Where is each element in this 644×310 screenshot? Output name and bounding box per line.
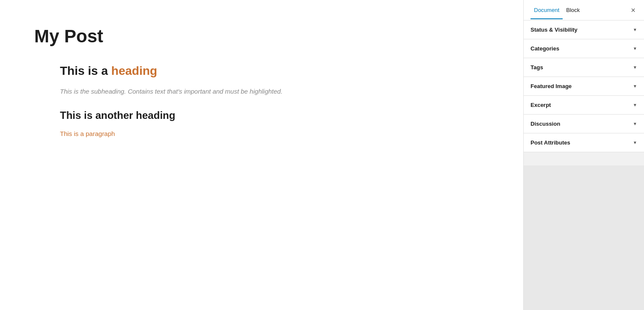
chevron-down-icon: ▼ (633, 121, 637, 126)
panel-categories[interactable]: Categories ▼ (524, 39, 644, 58)
panel-status-visibility[interactable]: Status & Visibility ▼ (524, 21, 644, 39)
sidebar-bottom (524, 165, 644, 310)
panel-status-visibility-label: Status & Visibility (531, 27, 578, 33)
subheading: This is the subheading. Contains text th… (60, 86, 489, 97)
panel-tags-label: Tags (531, 64, 543, 71)
panel-excerpt[interactable]: Excerpt ▼ (524, 96, 644, 115)
panel-featured-image-label: Featured Image (531, 83, 572, 89)
panel-discussion-label: Discussion (531, 121, 560, 127)
panel-categories-label: Categories (531, 45, 559, 52)
tab-document[interactable]: Document (531, 1, 563, 19)
close-button[interactable]: × (629, 5, 637, 16)
paragraph-link[interactable]: This is a paragraph (60, 130, 115, 137)
panel-post-attributes-label: Post Attributes (531, 139, 570, 146)
post-title: My Post (34, 26, 489, 47)
chevron-down-icon: ▼ (633, 46, 637, 51)
chevron-down-icon: ▼ (633, 27, 637, 32)
sidebar-panels: Status & Visibility ▼ Categories ▼ Tags … (524, 21, 644, 165)
content-area: This is a heading This is the subheading… (34, 64, 489, 138)
heading-1: This is a heading (60, 64, 489, 78)
panel-excerpt-label: Excerpt (531, 102, 551, 108)
sidebar-tabs: Document Block × (524, 0, 644, 21)
sidebar: Document Block × Status & Visibility ▼ C… (523, 0, 644, 310)
panel-tags[interactable]: Tags ▼ (524, 58, 644, 77)
chevron-down-icon: ▼ (633, 103, 637, 107)
heading-1-prefix: This is a (60, 64, 111, 77)
tab-block[interactable]: Block (563, 1, 583, 19)
panel-discussion[interactable]: Discussion ▼ (524, 115, 644, 133)
panel-post-attributes[interactable]: Post Attributes ▼ (524, 133, 644, 152)
heading-2: This is another heading (60, 109, 489, 121)
chevron-down-icon: ▼ (633, 65, 637, 70)
panel-featured-image[interactable]: Featured Image ▼ (524, 77, 644, 96)
heading-1-highlight: heading (111, 64, 157, 77)
main-content: My Post This is a heading This is the su… (0, 0, 523, 310)
chevron-down-icon: ▼ (633, 84, 637, 89)
chevron-down-icon: ▼ (633, 140, 637, 145)
